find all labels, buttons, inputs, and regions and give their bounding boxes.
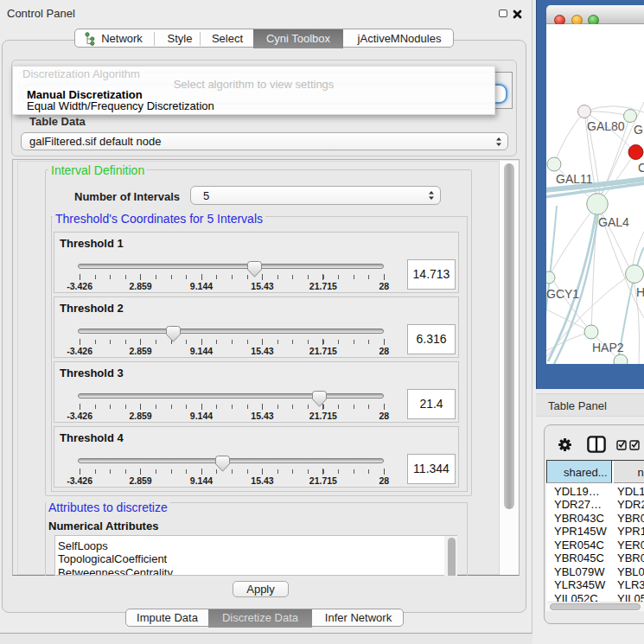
svg-text:G.: G.	[634, 123, 644, 137]
svg-text:HAP2: HAP2	[592, 341, 624, 354]
svg-text:GAL4: GAL4	[598, 215, 629, 229]
svg-text:H: H	[636, 285, 644, 299]
svg-text:GAL11: GAL11	[556, 172, 593, 186]
svg-text:GCY1: GCY1	[546, 287, 579, 301]
svg-text:GAL80: GAL80	[587, 119, 625, 133]
svg-text:C: C	[638, 161, 644, 175]
